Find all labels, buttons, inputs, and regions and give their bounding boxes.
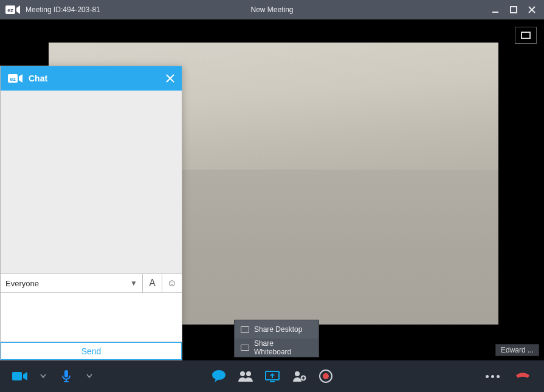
svg-point-14	[212, 370, 226, 380]
svg-text:ez: ez	[10, 76, 16, 82]
fullscreen-button[interactable]	[515, 27, 537, 44]
titlebar: ez Meeting ID:494-203-81 New Meeting	[0, 0, 544, 19]
end-call-button[interactable]	[515, 368, 531, 384]
toolbar-right	[484, 368, 544, 384]
share-whiteboard-item[interactable]: Share Whiteboard	[235, 339, 318, 357]
font-icon: A	[149, 278, 156, 289]
bottom-toolbar	[0, 360, 544, 392]
svg-text:ez: ez	[7, 7, 13, 13]
svg-point-16	[246, 371, 251, 376]
chat-close-button[interactable]	[166, 74, 174, 83]
more-icon	[486, 375, 500, 378]
window-controls	[491, 5, 537, 15]
record-button[interactable]	[318, 368, 334, 384]
share-menu: Share Desktop Share Whiteboard	[234, 320, 319, 357]
chat-recipient-dropdown[interactable]: Everyone ▼	[1, 274, 143, 292]
participant-name-badge[interactable]: Edward ...	[495, 344, 539, 356]
toggle-mic-button[interactable]	[58, 368, 74, 384]
record-icon	[319, 370, 332, 383]
toggle-video-button[interactable]	[12, 368, 28, 384]
chat-emoji-button[interactable]: ☺	[162, 274, 182, 292]
svg-rect-10	[12, 372, 22, 380]
chat-recipient-row: Everyone ▼ A ☺	[1, 273, 182, 293]
desktop-icon	[241, 326, 249, 333]
share-desktop-label: Share Desktop	[254, 325, 302, 334]
whiteboard-icon	[241, 345, 249, 351]
close-window-button[interactable]	[527, 5, 537, 15]
chat-header: ez Chat	[1, 66, 182, 91]
app-logo-icon: ez	[5, 4, 22, 16]
meeting-id-label: Meeting ID:494-203-81	[26, 5, 100, 14]
camera-options-caret[interactable]	[35, 368, 51, 384]
participants-button[interactable]	[238, 368, 253, 384]
toolbar-left	[0, 368, 97, 384]
share-whiteboard-label: Share Whiteboard	[254, 339, 312, 356]
share-screen-button[interactable]	[264, 368, 280, 384]
chevron-down-icon: ▼	[130, 279, 137, 287]
chat-recipient-value: Everyone	[5, 279, 39, 288]
emoji-icon: ☺	[167, 278, 177, 289]
open-chat-button[interactable]	[211, 368, 227, 384]
more-options-button[interactable]	[484, 368, 500, 384]
minimize-button[interactable]	[491, 5, 500, 15]
share-desktop-item[interactable]: Share Desktop	[235, 320, 318, 339]
participant-name-text: Edward ...	[501, 346, 534, 354]
toolbar-center	[211, 368, 334, 384]
svg-point-15	[240, 371, 245, 376]
chat-send-row: Send	[1, 342, 182, 360]
mic-options-caret[interactable]	[81, 368, 97, 384]
svg-point-19	[295, 371, 300, 376]
invite-button[interactable]	[291, 368, 307, 384]
maximize-button[interactable]	[509, 5, 518, 15]
chat-message-list[interactable]	[1, 91, 182, 273]
chat-input[interactable]	[1, 293, 182, 342]
chat-app-icon: ez	[8, 73, 24, 84]
fullscreen-icon	[521, 32, 531, 39]
chat-send-button[interactable]: Send	[1, 342, 182, 360]
chat-panel: ez Chat Everyone ▼ A ☺ Send	[0, 66, 182, 360]
svg-rect-11	[64, 370, 68, 377]
app-window: ez Meeting ID:494-203-81 New Meeting	[0, 0, 544, 392]
svg-rect-3	[511, 7, 517, 13]
chat-font-button[interactable]: A	[143, 274, 162, 292]
chat-title: Chat	[29, 74, 47, 83]
